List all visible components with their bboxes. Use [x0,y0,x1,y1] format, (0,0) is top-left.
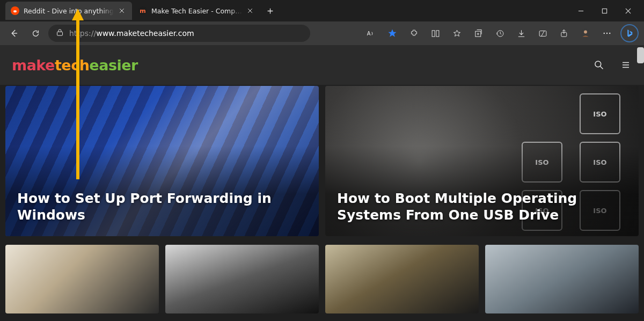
svg-point-14 [584,31,587,34]
site-header-actions [592,59,632,71]
site-logo[interactable]: maketecheasier [12,57,138,74]
feature-headline: How to Set Up Port Forwarding in Windows [17,190,292,224]
screenshot-icon[interactable] [535,25,551,41]
article-thumb[interactable] [485,245,639,313]
share-icon[interactable] [556,25,572,41]
read-aloud-icon[interactable]: A [363,25,379,41]
scrollbar-thumb[interactable] [637,47,644,63]
browser-toolbar: https://www.maketecheasier.com A [0,21,644,45]
collections-icon[interactable] [470,25,486,41]
svg-point-18 [595,61,601,67]
close-tab-icon[interactable] [246,6,254,16]
page-content: How to Set Up Port Forwarding in Windows… [0,85,644,313]
favorites-icon[interactable] [449,25,465,41]
extensions-icon[interactable] [406,25,422,41]
search-icon[interactable] [592,59,605,71]
bing-sidebar-button[interactable] [620,24,639,42]
browser-tab-mte[interactable]: m Make Tech Easier - Computer Tu [133,2,260,20]
split-screen-icon[interactable] [427,25,443,41]
article-thumb[interactable] [325,245,479,313]
profile-avatar[interactable] [577,25,594,41]
window-close-button[interactable] [621,0,634,21]
svg-point-1 [13,10,17,12]
svg-rect-4 [602,9,606,13]
feature-card-port-forwarding[interactable]: How to Set Up Port Forwarding in Windows [5,86,319,236]
history-icon[interactable] [492,25,508,41]
close-tab-icon[interactable] [117,6,127,16]
feature-card-multi-boot-usb[interactable]: ISO ISO ISO ISO ISO How to Boot Multiple… [325,86,639,236]
url-text: https://www.maketecheasier.com [69,29,303,38]
svg-point-17 [609,33,610,34]
feature-headline: How to Boot Multiple Operating Systems F… [337,190,612,224]
more-menu-icon[interactable] [599,25,615,41]
favorite-star-icon[interactable] [384,25,400,41]
tab-title: Make Tech Easier - Computer Tu [151,7,243,15]
svg-point-3 [16,11,16,11]
svg-text:A: A [367,31,370,37]
mte-favicon: m [138,6,147,15]
downloads-icon[interactable] [513,25,529,41]
window-controls [574,0,644,21]
article-thumb-row [5,245,639,313]
back-button[interactable] [5,25,23,42]
svg-point-2 [14,11,14,11]
svg-rect-7 [432,30,435,36]
window-minimize-button[interactable] [574,0,587,21]
toolbar-actions: A [363,24,639,42]
site-header: maketecheasier [0,45,644,85]
menu-hamburger-icon[interactable] [619,59,632,71]
browser-tab-reddit[interactable]: Reddit - Dive into anything [5,2,132,20]
new-tab-button[interactable] [261,2,279,20]
feature-row: How to Set Up Port Forwarding in Windows… [5,86,639,236]
svg-rect-5 [57,32,63,35]
reddit-favicon [11,6,19,15]
window-maximize-button[interactable] [598,0,611,21]
browser-tab-strip: Reddit - Dive into anything m Make Tech … [0,0,644,21]
refresh-button[interactable] [27,25,44,42]
svg-rect-8 [436,30,438,36]
article-thumb[interactable] [165,245,319,313]
site-info-icon[interactable] [56,28,64,38]
svg-point-16 [606,33,608,34]
svg-point-15 [604,33,605,34]
address-bar[interactable]: https://www.maketecheasier.com [48,25,310,42]
article-thumb[interactable] [5,245,159,313]
tab-title: Reddit - Dive into anything [24,7,114,15]
